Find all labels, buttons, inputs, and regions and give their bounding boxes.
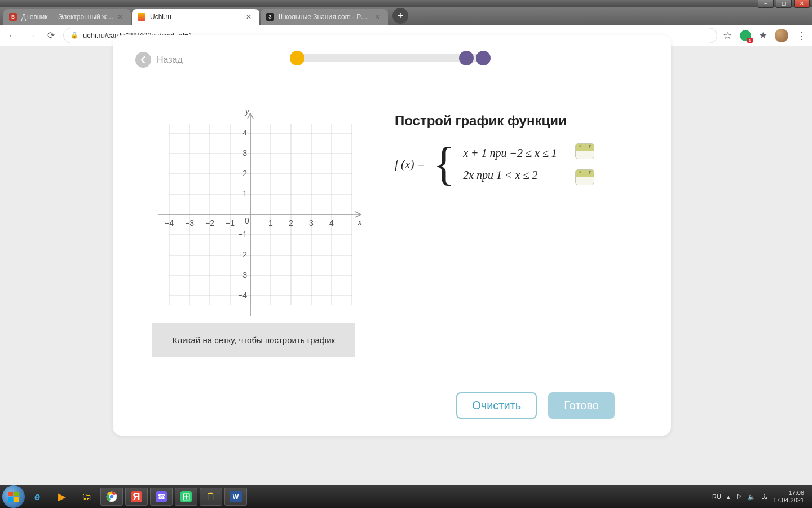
browser-tab-active[interactable]: Uchi.ru ✕ [132, 9, 259, 25]
tray-flag-icon[interactable]: 🏳 [736, 493, 742, 500]
brace-icon: { [433, 148, 455, 180]
taskbar-app-ie[interactable]: e [26, 488, 48, 506]
lesson-card: Назад [113, 35, 671, 436]
page-viewport: Назад [0, 46, 812, 485]
svg-text:−3: −3 [238, 270, 247, 279]
progress-track [293, 54, 491, 62]
svg-rect-40 [8, 497, 13, 502]
taskbar-app-notes[interactable]: 🗒 [200, 488, 222, 506]
done-button[interactable]: Готово [548, 392, 615, 419]
piecewise-case: x + 1 npu −2 ≤ x ≤ 1 [463, 147, 557, 160]
piecewise-case: 2x npu 1 < x ≤ 2 [463, 169, 557, 182]
system-tray: RU ▴ 🏳 🔈 🖧 17:08 17.04.2021 [712, 489, 810, 504]
nav-back-button[interactable]: ← [6, 29, 19, 42]
new-tab-button[interactable]: + [392, 8, 408, 24]
tray-arrow-icon[interactable]: ▴ [727, 493, 730, 501]
browser-tab[interactable]: В Дневник — Электронный журн ✕ [3, 9, 131, 25]
svg-text:2: 2 [242, 169, 247, 178]
taskbar-app-word[interactable]: W [224, 488, 247, 506]
svg-text:−3: −3 [185, 218, 194, 227]
lock-icon: 🔒 [70, 32, 78, 39]
taskbar-app-viber[interactable]: ☎ [150, 488, 173, 506]
tab-close-icon[interactable]: ✕ [117, 13, 125, 21]
tray-action-icon[interactable]: 🔈 [748, 493, 756, 501]
svg-text:−1: −1 [238, 230, 247, 239]
coordinate-grid[interactable]: y x −4 −3 −2 −1 0 1 2 3 4 [135, 102, 372, 327]
svg-text:3: 3 [309, 218, 314, 227]
tab-title: Uchi.ru [150, 13, 242, 21]
task-panel: Построй график функции f (x) = { x + 1 n… [395, 102, 648, 327]
browser-menu-icon[interactable]: ⋮ [796, 29, 806, 42]
svg-text:−2: −2 [238, 250, 247, 259]
browser-tabstrip: В Дневник — Электронный журн ✕ Uchi.ru ✕… [0, 7, 812, 25]
extension-icon[interactable]: 1 [740, 30, 751, 41]
tab-close-icon[interactable]: ✕ [374, 13, 382, 21]
hint-tooltip: Кликай на сетку, чтобы построить график [152, 323, 355, 357]
profile-avatar[interactable] [775, 29, 788, 42]
svg-text:−4: −4 [165, 218, 174, 227]
svg-text:4: 4 [329, 218, 334, 227]
svg-rect-41 [14, 497, 19, 502]
svg-text:4: 4 [242, 128, 247, 137]
svg-text:3: 3 [242, 148, 247, 157]
formula-lhs: f (x) = [395, 157, 425, 172]
clear-button[interactable]: Очистить [456, 392, 537, 419]
progress-dot[interactable] [476, 51, 491, 65]
nav-reload-button[interactable]: ⟳ [44, 29, 58, 42]
chrome-icon [106, 491, 117, 502]
svg-text:1: 1 [242, 189, 247, 198]
favicon: В [9, 13, 17, 21]
window-maximize-button[interactable]: ▢ [776, 0, 792, 8]
table-button[interactable]: xy [575, 143, 594, 159]
bookmark-star-icon[interactable]: ☆ [723, 29, 732, 42]
taskbar-app-chrome[interactable] [100, 488, 123, 506]
tray-network-icon[interactable]: 🖧 [761, 493, 767, 500]
browser-tab[interactable]: З Школьные Знания.com - Решае ✕ [261, 9, 388, 25]
favicon: З [266, 13, 274, 21]
svg-text:−1: −1 [226, 218, 235, 227]
table-button[interactable]: xy [575, 169, 594, 185]
tray-date: 17.04.2021 [773, 497, 804, 504]
tray-clock[interactable]: 17:08 17.04.2021 [773, 489, 804, 504]
progress-dot-current[interactable] [290, 51, 304, 65]
svg-text:2: 2 [289, 218, 293, 227]
windows-taskbar: e ▶ 🗂 Я ☎ ⊞ 🗒 W RU ▴ 🏳 🔈 🖧 17:08 17.04.2… [0, 485, 812, 508]
axis-x-label: x [358, 217, 362, 226]
extension-badge: 1 [747, 38, 753, 43]
progress-dot[interactable] [459, 51, 474, 65]
tab-title: Дневник — Электронный журн [21, 13, 114, 21]
axis-y-label: y [244, 107, 249, 116]
back-label: Назад [157, 55, 183, 65]
taskbar-app[interactable]: ⊞ [175, 488, 197, 506]
back-button[interactable] [135, 52, 151, 68]
svg-rect-39 [14, 492, 19, 496]
taskbar-app-yandex[interactable]: Я [125, 488, 148, 506]
favicon [138, 13, 145, 21]
nav-forward-button[interactable]: → [25, 29, 38, 42]
window-close-button[interactable]: ✕ [794, 0, 810, 8]
tab-close-icon[interactable]: ✕ [246, 13, 254, 21]
svg-text:0: 0 [245, 216, 249, 225]
extensions-puzzle-icon[interactable]: ★ [759, 30, 767, 41]
svg-text:1: 1 [268, 218, 273, 227]
tray-lang[interactable]: RU [712, 493, 721, 500]
svg-text:−4: −4 [238, 291, 247, 300]
window-minimize-button[interactable]: – [758, 0, 774, 8]
windows-logo-icon [7, 491, 20, 503]
tray-time: 17:08 [773, 489, 804, 497]
tab-title: Школьные Знания.com - Решае [279, 13, 371, 21]
chevron-left-icon [140, 56, 147, 63]
svg-text:−2: −2 [205, 218, 214, 227]
svg-rect-38 [8, 492, 13, 496]
task-title: Построй график функции [395, 113, 648, 129]
taskbar-app-explorer[interactable]: 🗂 [76, 488, 98, 506]
window-titlebar: – ▢ ✕ [0, 0, 812, 7]
start-button[interactable] [2, 485, 25, 508]
taskbar-app-media[interactable]: ▶ [51, 488, 73, 506]
